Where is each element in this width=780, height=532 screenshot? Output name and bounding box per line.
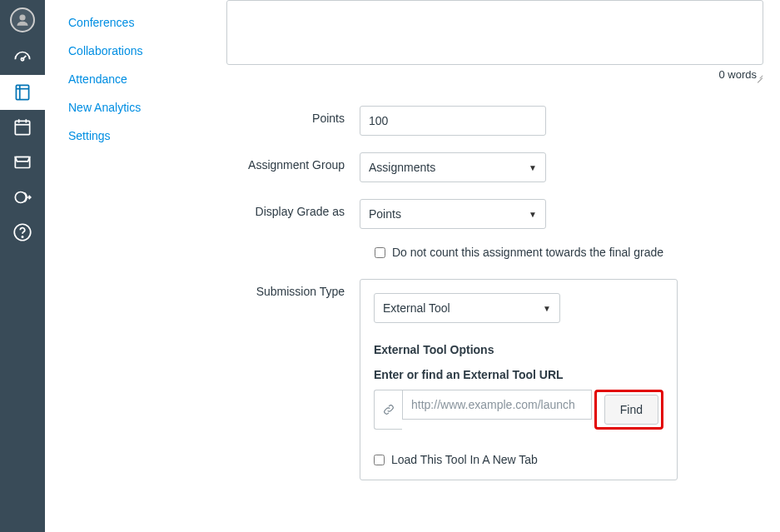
exclude-final-grade-label[interactable]: Do not count this assignment towards the… [392,246,663,259]
course-nav: Conferences Collaborations Attendance Ne… [45,0,203,532]
chevron-down-icon: ▼ [529,163,537,172]
nav-courses[interactable] [0,75,45,110]
course-nav-link[interactable]: Collaborations [68,37,203,65]
external-tool-url-heading: Enter or find an External Tool URL [374,368,663,381]
nav-dashboard[interactable] [0,40,45,75]
course-nav-link[interactable]: Conferences [68,8,203,37]
nav-commons[interactable] [0,180,45,215]
exclude-final-grade-checkbox[interactable] [375,247,385,258]
submission-type-select[interactable]: External Tool ▼ [374,293,560,323]
select-value: Points [369,207,401,221]
svg-point-0 [20,15,25,20]
assignment-form: Points Assignment Group Assignments ▼ Di… [220,106,758,480]
nav-calendar[interactable] [0,110,45,145]
calendar-icon [12,117,33,138]
rich-text-editor[interactable] [226,0,763,65]
find-button[interactable]: Find [604,395,658,425]
global-nav [0,0,45,532]
svg-rect-16 [15,157,29,168]
commons-icon [12,186,33,208]
points-label: Points [220,106,360,136]
points-input[interactable] [360,106,546,136]
avatar-icon [10,7,35,32]
course-nav-link[interactable]: Attendance [68,65,203,93]
inbox-icon [12,152,33,173]
external-tool-url-input[interactable] [402,390,592,420]
nav-inbox[interactable] [0,145,45,180]
load-new-tab-checkbox[interactable] [374,455,385,465]
resize-grip-icon[interactable] [755,74,763,82]
submission-type-label: Submission Type [220,279,360,298]
main-content: 0 words Points Assignment Group Assignme… [220,0,773,532]
chevron-down-icon: ▼ [529,210,537,219]
svg-rect-6 [15,121,29,134]
course-nav-link[interactable]: New Analytics [68,93,203,122]
assignment-group-select[interactable]: Assignments ▼ [360,152,546,182]
book-icon [12,82,33,103]
find-button-highlight: Find [594,390,663,430]
assignment-group-label: Assignment Group [220,152,360,182]
link-icon [374,390,402,430]
nav-help[interactable] [0,215,45,250]
display-grade-select[interactable]: Points ▼ [360,199,546,229]
load-new-tab-label[interactable]: Load This Tool In A New Tab [391,453,538,466]
svg-point-19 [22,236,22,237]
course-nav-link[interactable]: Settings [68,122,203,150]
select-value: Assignments [369,161,435,174]
display-grade-label: Display Grade as [220,199,360,229]
gauge-icon [12,47,33,68]
help-icon [12,221,33,243]
nav-account[interactable] [0,0,45,40]
select-value: External Tool [383,301,450,315]
word-count: 0 words [220,65,763,81]
chevron-down-icon: ▼ [543,304,551,313]
external-tool-options-heading: External Tool Options [374,343,663,356]
svg-rect-3 [16,85,28,99]
submission-type-panel: External Tool ▼ External Tool Options En… [360,279,678,480]
